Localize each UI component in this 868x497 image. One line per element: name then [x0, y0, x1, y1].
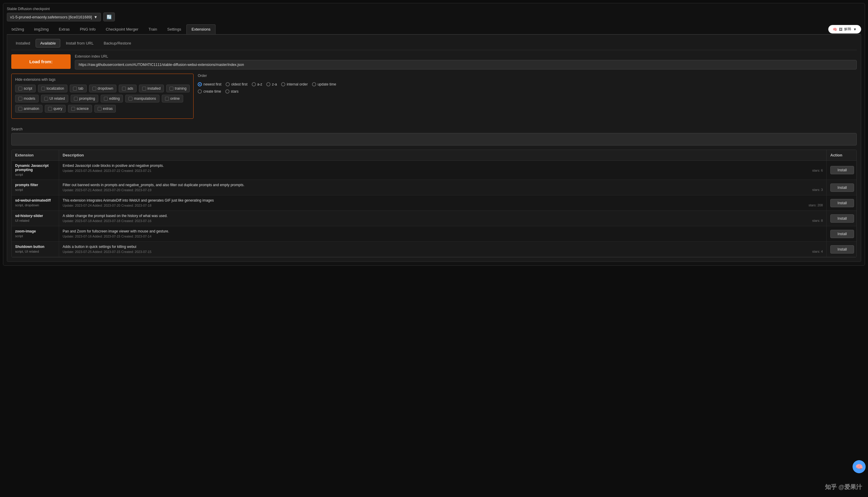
load-button[interactable]: Load from:	[11, 54, 71, 69]
sub-tab-install-url[interactable]: Install from URL	[61, 39, 98, 47]
tag-script[interactable]: script	[15, 85, 35, 92]
tab-train[interactable]: Train	[144, 25, 162, 34]
ext-name-4: zoom-image	[15, 229, 55, 233]
tag-animation[interactable]: animation	[15, 105, 42, 113]
ext-meta-3: Update: 2023-07-18 Added: 2023-07-18 Cre…	[63, 219, 151, 223]
sub-tab-backup[interactable]: Backup/Restore	[99, 39, 136, 47]
tag-label-models: models	[24, 97, 35, 101]
order-label-oldest: oldest first	[231, 82, 248, 86]
tag-label-localization: localization	[47, 86, 64, 90]
url-input[interactable]	[75, 60, 857, 70]
order-create-time[interactable]: create time	[198, 89, 221, 94]
tab-img2img[interactable]: img2img	[29, 25, 54, 34]
tab-txt2img[interactable]: txt2img	[7, 25, 29, 34]
tag-checkbox-models	[18, 97, 22, 101]
tag-checkbox-animation	[18, 107, 22, 111]
tag-label-script: script	[24, 86, 32, 90]
ext-name-cell-1: prompts filter script	[12, 180, 59, 195]
tag-label-online: online	[170, 97, 180, 101]
tag-training[interactable]: training	[166, 85, 190, 92]
url-label: Extension index URL	[75, 54, 857, 58]
install-button-5[interactable]: Install	[830, 245, 854, 254]
tag-checkbox-query	[48, 107, 52, 111]
tag-checkbox-manipulations	[129, 97, 132, 101]
filter-section: Hide extensions with tags script localiz…	[11, 74, 193, 119]
main-tabs: txt2img img2img Extras PNG Info Checkpoi…	[7, 24, 861, 34]
install-button-2[interactable]: Install	[830, 199, 854, 207]
ext-stars-0: stars: 6	[812, 169, 823, 172]
tab-checkpoint-merger[interactable]: Checkpoint Merger	[101, 25, 143, 34]
ext-desc-4: Pan and Zoom for fullscreen image viewer…	[63, 229, 823, 233]
tag-tab[interactable]: tab	[70, 85, 87, 92]
tag-ads[interactable]: ads	[119, 85, 136, 92]
tag-installed[interactable]: installed	[139, 85, 164, 92]
tag-extras[interactable]: extras	[95, 105, 116, 113]
sub-tab-installed[interactable]: Installed	[11, 39, 34, 47]
checkpoint-select[interactable]: v1-5-pruned-emaonly.safetensors [6ce0161…	[7, 13, 101, 22]
tag-checkbox-online	[165, 97, 169, 101]
order-label-create: create time	[203, 89, 221, 94]
tag-models[interactable]: models	[15, 95, 39, 102]
tag-dropdown[interactable]: dropdown	[89, 85, 117, 92]
tag-query[interactable]: query	[45, 105, 66, 113]
tag-online[interactable]: online	[162, 95, 183, 102]
tag-label-dropdown: dropdown	[98, 86, 113, 90]
order-z-a[interactable]: z-a	[266, 82, 277, 86]
ext-tag-2: script, dropdown	[15, 203, 39, 207]
col-header-description: Description	[59, 150, 827, 160]
extensions-table: Extension Description Action Dynamic Jav…	[11, 150, 857, 257]
checkpoint-row: v1-5-pruned-emaonly.safetensors [6ce0161…	[7, 13, 861, 22]
tag-science[interactable]: science	[68, 105, 92, 113]
order-a-z[interactable]: a-z	[252, 82, 262, 86]
tag-label-training: training	[175, 86, 186, 90]
tab-settings[interactable]: Settings	[162, 25, 186, 34]
ext-desc-cell-0: Embed Javascript code blocks in positive…	[59, 161, 827, 180]
order-stars[interactable]: stars	[225, 89, 239, 94]
install-button-3[interactable]: Install	[830, 214, 854, 223]
tag-localization[interactable]: localization	[38, 85, 67, 92]
tag-checkbox-dropdown	[92, 87, 96, 90]
order-internal[interactable]: internal order	[281, 82, 308, 86]
top-row: Hide extensions with tags script localiz…	[11, 74, 857, 123]
install-button-1[interactable]: Install	[830, 184, 854, 192]
order-newest-first[interactable]: newest first	[198, 82, 221, 86]
tag-editing[interactable]: editing	[101, 95, 123, 102]
tab-extras[interactable]: Extras	[54, 25, 74, 34]
tag-prompting[interactable]: prompting	[71, 95, 98, 102]
tag-label-query: query	[54, 106, 62, 111]
tag-ui-related[interactable]: UI related	[41, 95, 68, 102]
table-row: prompts filter script Filter out banned …	[12, 180, 856, 195]
install-button-0[interactable]: Install	[830, 166, 854, 174]
ext-name-cell-0: Dynamic Javascript prompting script	[12, 161, 59, 180]
floating-action-button[interactable]: 🧠	[853, 460, 866, 473]
ext-meta-5: Update: 2023-07-25 Added: 2023-07-15 Cre…	[63, 250, 151, 254]
ext-action-cell-2: Install	[827, 195, 856, 211]
search-input[interactable]	[11, 133, 857, 145]
tab-extensions[interactable]: Extensions	[186, 24, 216, 34]
translate-arrow: ▼	[853, 27, 857, 31]
ext-name-cell-5: Shutdown button script, UI related	[12, 242, 59, 257]
radio-internal	[281, 82, 285, 86]
tag-manipulations[interactable]: manipulations	[125, 95, 159, 102]
ext-desc-1: Filter out banned words in prompts and n…	[63, 183, 823, 187]
tag-checkbox-science	[71, 107, 75, 111]
ext-desc-0: Embed Javascript code blocks in positive…	[63, 164, 823, 168]
order-update-time[interactable]: update time	[312, 82, 336, 86]
refresh-button[interactable]: 🔄	[103, 13, 115, 22]
tag-checkbox-training	[170, 87, 173, 90]
col-header-extension: Extension	[12, 150, 59, 160]
install-button-4[interactable]: Install	[830, 230, 854, 238]
sub-tab-available[interactable]: Available	[35, 39, 60, 47]
tab-png-info[interactable]: PNG Info	[75, 25, 100, 34]
translate-button[interactable]: 🧠 🖼 解释 ▼	[828, 25, 861, 33]
order-label-update: update time	[318, 82, 336, 86]
tag-label-prompting: prompting	[79, 97, 95, 101]
ext-desc-cell-5: Adds a button in quick settings for kill…	[59, 242, 827, 257]
tag-label-ui-related: UI related	[49, 97, 65, 101]
ext-tag-5: script, UI related	[15, 250, 39, 253]
radio-stars	[225, 89, 230, 94]
order-oldest-first[interactable]: oldest first	[226, 82, 248, 86]
ext-name-0: Dynamic Javascript prompting	[15, 164, 55, 172]
chevron-down-icon: ▼	[94, 15, 98, 19]
ext-action-cell-3: Install	[827, 211, 856, 226]
